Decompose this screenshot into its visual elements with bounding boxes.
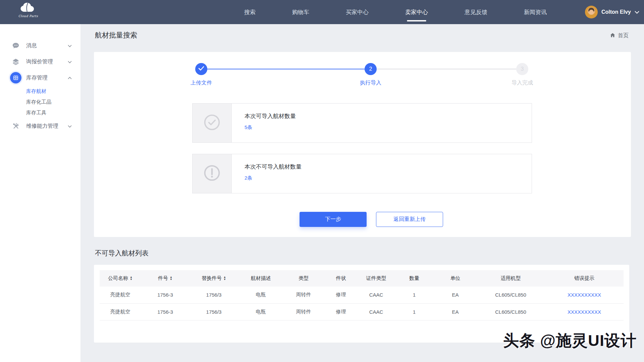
cell-condition: 修理 (324, 287, 358, 303)
col-condition: 件状 (324, 270, 358, 287)
table-header-row: 公司名称▲▼ 件号▲▼ 替换件号▲▼ 航材描述 类型 件状 证件类型 数量 单位… (100, 270, 624, 287)
col-description: 航材描述 (238, 270, 283, 287)
col-unit: 单位 (434, 270, 476, 287)
non-importable-count-title: 本次不可导入航材数量 (245, 163, 302, 171)
cell-aircraft-model: CL605/CL850 (476, 287, 545, 303)
cell-replacement-part: 1756/3 (190, 287, 238, 303)
step-1-label: 上传文件 (174, 79, 228, 86)
chevron-down-icon (635, 9, 639, 15)
table-row: 亮捷航空 1756-3 1756/3 电瓶 周转件 修理 CAAC 1 EA C… (100, 287, 624, 303)
brand-logo[interactable]: Cloud Parts (17, 2, 39, 18)
sort-icon: ▲▼ (130, 276, 132, 281)
cell-description: 电瓶 (238, 287, 283, 303)
sort-icon: ▲▼ (223, 276, 226, 281)
col-type: 类型 (283, 270, 324, 287)
avatar (585, 6, 598, 18)
breadcrumb-label: 首页 (618, 32, 629, 39)
error-hint-link[interactable]: XXXXXXXXXX (545, 287, 624, 303)
table-row: 亮捷航空 1756-3 1756/3 电瓶 周转件 修理 CAAC 1 EA C… (100, 303, 624, 320)
sidebar-item-label: 库存管理 (26, 74, 68, 81)
brand-name: Cloud Parts (17, 14, 39, 18)
col-cert-type: 证件类型 (358, 270, 394, 287)
step-3-label: 导入完成 (495, 79, 549, 86)
page-title: 航材批量搜索 (95, 31, 137, 40)
cell-company: 亮捷航空 (100, 303, 141, 320)
error-hint-link[interactable]: XXXXXXXXXX (545, 303, 624, 320)
nav-item-seller-center[interactable]: 卖家中心 (405, 0, 428, 24)
chevron-down-icon (68, 123, 72, 129)
chevron-up-icon (68, 75, 72, 81)
tools-icon (10, 120, 21, 132)
non-importable-table: 公司名称▲▼ 件号▲▼ 替换件号▲▼ 航材描述 类型 件状 证件类型 数量 单位… (100, 270, 624, 320)
nav-item-news[interactable]: 新闻资讯 (524, 0, 547, 24)
cell-unit: EA (434, 303, 476, 320)
info-body: 本次可导入航材数量 5条 (232, 104, 296, 142)
col-error-hint: 错误提示 (545, 270, 624, 287)
sidebar-subitem-chemicals[interactable]: 库存化工品 (0, 97, 80, 107)
icon-box (193, 104, 232, 142)
message-icon (10, 40, 21, 51)
exclamation-circle-icon (204, 165, 220, 183)
back-reupload-button[interactable]: 返回重新上传 (376, 212, 443, 227)
cell-type: 周转件 (283, 303, 324, 320)
col-replacement-part[interactable]: 替换件号▲▼ (190, 270, 238, 287)
step-3-circle: 3 (516, 63, 528, 75)
cell-description: 电瓶 (238, 303, 283, 320)
top-navbar: Cloud Parts 搜索 购物车 买家中心 卖家中心 意见反馈 新闻资讯 C… (0, 0, 644, 24)
importable-count-link[interactable]: 5条 (245, 124, 252, 131)
cell-aircraft-model: CL605/CL850 (476, 303, 545, 320)
sidebar-item-repair-capability[interactable]: 维修能力管理 (0, 118, 80, 134)
chevron-down-icon (68, 43, 72, 49)
wizard-actions: 下一步 返回重新上传 (300, 212, 443, 227)
sidebar-item-label: 维修能力管理 (26, 123, 68, 130)
nav-item-cart[interactable]: 购物车 (292, 0, 309, 24)
cell-type: 周转件 (283, 287, 324, 303)
sidebar-item-inventory[interactable]: 库存管理 (0, 70, 80, 86)
nav-item-buyer-center[interactable]: 买家中心 (346, 0, 369, 24)
icon-box (193, 154, 232, 193)
sidebar: 消息 询报价管理 库存管理 库存航材 库存化工品 库存工具 维修能力管理 (0, 24, 80, 362)
sidebar-item-label: 消息 (26, 42, 68, 49)
cell-replacement-part: 1756/3 (190, 303, 238, 320)
user-menu[interactable]: Colton Elvy (585, 0, 639, 24)
cell-part-number: 1756-3 (141, 287, 190, 303)
importable-count-title: 本次可导入航材数量 (245, 112, 296, 120)
non-importable-count-link[interactable]: 2条 (245, 175, 252, 181)
check-icon (198, 66, 204, 72)
nav-item-feedback[interactable]: 意见反馈 (465, 0, 487, 24)
cell-cert-type: CAAC (358, 287, 394, 303)
col-part-number[interactable]: 件号▲▼ (141, 270, 190, 287)
sidebar-subitem-aviation-materials[interactable]: 库存航材 (0, 86, 80, 97)
cell-quantity: 1 (394, 287, 434, 303)
primary-nav: 搜索 购物车 买家中心 卖家中心 意见反馈 新闻资讯 (244, 0, 547, 24)
chevron-down-icon (68, 59, 72, 65)
breadcrumb-home[interactable]: 首页 (610, 32, 629, 39)
table-section-title: 不可导入航材列表 (95, 249, 149, 258)
import-wizard-card: 上传文件 2 执行导入 3 导入完成 本次可导入航材数量 5条 (94, 52, 631, 237)
stepper-connector-done (207, 69, 365, 69)
stepper: 上传文件 2 执行导入 3 导入完成 (94, 52, 631, 96)
home-icon (610, 33, 615, 39)
inventory-icon (10, 72, 21, 83)
active-tab-underline (407, 20, 426, 21)
sidebar-item-messages[interactable]: 消息 (0, 38, 80, 54)
col-company[interactable]: 公司名称▲▼ (100, 270, 141, 287)
cell-cert-type: CAAC (358, 303, 394, 320)
sidebar-item-quotes[interactable]: 询报价管理 (0, 54, 80, 70)
page-header: 航材批量搜索 首页 (80, 24, 644, 46)
inventory-submenu: 库存航材 库存化工品 库存工具 (0, 86, 80, 118)
nav-item-search[interactable]: 搜索 (244, 0, 256, 24)
col-aircraft-model: 适用机型 (476, 270, 545, 287)
check-circle-icon (204, 114, 220, 132)
col-quantity: 数量 (394, 270, 434, 287)
sidebar-subitem-tools[interactable]: 库存工具 (0, 107, 80, 118)
next-step-button[interactable]: 下一步 (300, 212, 367, 227)
info-body: 本次不可导入航材数量 2条 (232, 154, 302, 193)
step-2-label: 执行导入 (344, 79, 397, 86)
step-1-circle (195, 63, 207, 75)
cell-unit: EA (434, 287, 476, 303)
sidebar-item-label: 询报价管理 (26, 58, 68, 65)
step-2-circle: 2 (365, 63, 377, 75)
layers-icon (10, 56, 21, 67)
cloud-logo-icon (19, 8, 37, 14)
